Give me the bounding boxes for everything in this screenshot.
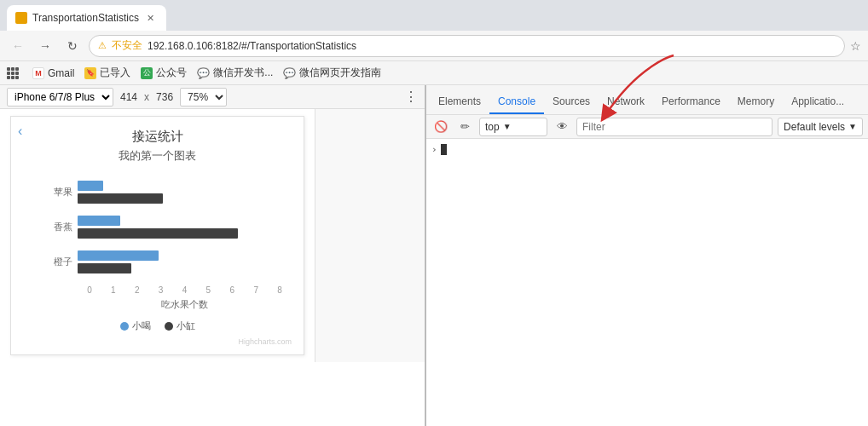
bar-apple-dark: [78, 193, 163, 204]
legend-label-dark: 小缸: [176, 320, 195, 332]
mobile-frame: ‹ 接运统计 我的第一个图表 苹果: [0, 109, 315, 362]
devtools-console-area[interactable]: ›: [426, 139, 868, 426]
gmail-icon: M: [32, 67, 44, 79]
forward-button[interactable]: →: [34, 35, 56, 57]
wechat1-icon: 💬: [197, 67, 210, 79]
tab-memory[interactable]: Memory: [729, 90, 783, 114]
device-toolbar-more-button[interactable]: ⋮: [404, 89, 418, 105]
wechat1-label: 微信开发书...: [213, 66, 273, 80]
bar-banana-blue: [78, 216, 120, 226]
tab-application[interactable]: Applicatio...: [783, 90, 853, 114]
chart-subtitle: 我的第一个图表: [23, 148, 292, 164]
bar-banana-dark: [78, 228, 238, 239]
back-button[interactable]: ←: [7, 35, 29, 57]
console-expand-arrow: ›: [431, 144, 437, 155]
page-area: iPhone 6/7/8 Plus 414 x 736 75% ⋮ ‹: [0, 85, 425, 426]
public-label: 公众号: [156, 66, 187, 80]
bookmarks-bar: M Gmail 🔖 已导入 公 公众号 💬 微信开发书... 💬 微信网页开发指…: [0, 61, 868, 85]
filter-button[interactable]: ✏: [455, 118, 474, 136]
gmail-label: Gmail: [48, 67, 74, 79]
x-tick-8: 8: [268, 285, 292, 295]
security-icon: ⚠: [98, 40, 107, 51]
address-bar[interactable]: ⚠ 不安全 192.168.0.106:8182/#/Transportatio…: [89, 35, 845, 57]
bar-orange-dark: [78, 263, 131, 273]
x-tick-6: 6: [220, 285, 244, 295]
chart-back-button[interactable]: ‹: [18, 124, 22, 139]
zoom-selector[interactable]: 75%: [180, 88, 227, 106]
x-tick-7: 7: [244, 285, 268, 295]
chart-bars-orange: [78, 250, 292, 273]
log-levels-selector[interactable]: Default levels ▼: [778, 118, 863, 136]
legend-dot-blue: [120, 322, 129, 331]
context-label: top: [485, 121, 500, 133]
context-dropdown-icon: ▼: [503, 122, 512, 131]
bookmark-import[interactable]: 🔖 已导入: [84, 66, 130, 80]
clear-console-button[interactable]: 🚫: [431, 118, 450, 136]
url-text: 192.168.0.106:8182/#/TransportationStati…: [148, 40, 836, 52]
tab-title: TransportationStatistics: [32, 12, 139, 24]
filter-input[interactable]: [576, 118, 773, 136]
x-tick-4: 4: [173, 285, 197, 295]
browser-toolbar: ← → ↻ ⚠ 不安全 192.168.0.106:8182/#/Transpo…: [0, 31, 868, 61]
device-height: 736: [156, 91, 173, 103]
import-label: 已导入: [100, 66, 130, 80]
console-prompt-line: ›: [431, 142, 863, 157]
highcharts-credit: Highcharts.com: [23, 337, 292, 346]
device-width: 414: [120, 91, 137, 103]
browser-window: TransportationStatistics ✕ ← → ↻ ⚠ 不安全 1…: [0, 0, 868, 426]
main-content: iPhone 6/7/8 Plus 414 x 736 75% ⋮ ‹: [0, 85, 868, 426]
chart-row-apple: 苹果: [49, 181, 292, 204]
tab-bar: TransportationStatistics ✕: [0, 0, 868, 31]
tab-favicon: [15, 12, 27, 24]
device-x-separator: x: [144, 91, 149, 103]
context-selector[interactable]: top ▼: [479, 118, 547, 136]
legend-item-dark: 小缸: [165, 320, 195, 332]
reload-button[interactable]: ↻: [61, 35, 84, 57]
x-tick-1: 1: [101, 285, 125, 295]
x-axis: 0 1 2 3 4 5 6 7 8: [78, 285, 292, 295]
chart-row-orange: 橙子: [49, 250, 292, 273]
bar-orange-blue: [78, 250, 159, 261]
x-tick-5: 5: [196, 285, 220, 295]
apps-grid-icon: [7, 67, 19, 79]
import-icon: 🔖: [84, 67, 96, 79]
bookmark-wechat1[interactable]: 💬 微信开发书...: [197, 66, 273, 80]
x-tick-0: 0: [78, 285, 101, 295]
device-selector[interactable]: iPhone 6/7/8 Plus: [7, 88, 113, 106]
device-toolbar: iPhone 6/7/8 Plus 414 x 736 75% ⋮: [0, 85, 425, 109]
tab-sources[interactable]: Sources: [544, 90, 599, 114]
wechat2-label: 微信网页开发指南: [299, 66, 381, 80]
log-levels-label: Default levels: [784, 121, 845, 133]
bookmark-gmail[interactable]: M Gmail: [32, 67, 74, 79]
chart-label-banana: 香蕉: [49, 221, 72, 233]
browser-tab[interactable]: TransportationStatistics ✕: [7, 5, 166, 31]
devtools-console-toolbar: 🚫 ✏ top ▼ 👁 Default levels ▼: [426, 115, 868, 139]
tab-performance[interactable]: Performance: [653, 90, 729, 114]
chart-area: 苹果 香蕉: [23, 181, 292, 311]
chart-title: 接运统计: [23, 129, 292, 145]
bookmark-wechat2[interactable]: 💬 微信网页开发指南: [283, 66, 381, 80]
eye-button[interactable]: 👁: [553, 118, 571, 136]
tab-elements[interactable]: Elements: [430, 90, 489, 114]
log-levels-dropdown-icon: ▼: [848, 122, 857, 131]
page-content: ‹ 接运统计 我的第一个图表 苹果: [0, 109, 425, 362]
chart-bars-banana: [78, 216, 292, 239]
legend-item-blue: 小喝: [120, 320, 151, 332]
wechat2-icon: 💬: [283, 67, 296, 79]
page-empty-area: [315, 109, 425, 362]
chart-bars-apple: [78, 181, 292, 204]
security-label: 不安全: [112, 38, 142, 53]
bookmark-public[interactable]: 公 公众号: [141, 66, 187, 80]
tab-close-button[interactable]: ✕: [144, 11, 158, 25]
bookmark-apps[interactable]: [7, 67, 22, 79]
bar-apple-blue: [78, 181, 103, 191]
legend-dot-dark: [165, 322, 173, 331]
tab-network[interactable]: Network: [599, 90, 653, 114]
devtools-tab-bar: Elements Console Sources Network Perform…: [426, 85, 868, 115]
devtools-panel: Elements Console Sources Network Perform…: [425, 85, 868, 426]
x-axis-label: 吃水果个数: [78, 298, 292, 311]
bookmark-star-button[interactable]: ☆: [850, 39, 861, 53]
chart-label-apple: 苹果: [49, 186, 72, 199]
tab-console[interactable]: Console: [489, 90, 544, 114]
legend-label-blue: 小喝: [132, 320, 151, 332]
